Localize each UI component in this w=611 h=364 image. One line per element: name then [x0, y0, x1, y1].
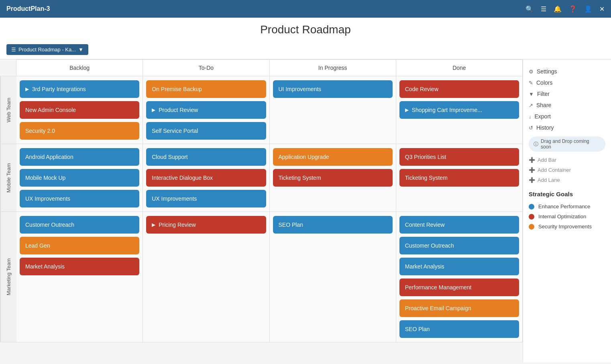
card-label: Ticketing System: [279, 175, 321, 181]
card-2-inprogress-0[interactable]: SEO Plan: [273, 216, 393, 234]
card-0-backlog-2[interactable]: Security 2.0: [20, 122, 139, 140]
card-1-todo-1[interactable]: Interactive Dialogue Box: [146, 169, 266, 187]
app-title: ProductPlan-3: [6, 5, 50, 12]
card-1-backlog-2[interactable]: UX Improvements: [20, 190, 139, 207]
pencil-icon: ✎: [529, 80, 533, 86]
card-1-todo-2[interactable]: UX Improvements: [146, 190, 266, 207]
card-1-todo-0[interactable]: Cloud Support: [146, 148, 266, 166]
card-label: Shopping Cart Improveme...: [412, 107, 482, 113]
card-label: Cloud Support: [152, 154, 188, 160]
history-icon: ↺: [529, 125, 533, 131]
add-bar-btn[interactable]: ➕ Add Bar: [529, 155, 605, 165]
card-0-done-0[interactable]: Code Review: [399, 80, 519, 98]
card-label: Android Application: [25, 154, 73, 160]
card-2-done-4[interactable]: Proactive Email Campaign: [399, 299, 519, 317]
col-todo: To-Do: [143, 60, 269, 76]
goal-dot-1: [529, 214, 534, 220]
card-2-done-0[interactable]: Content Review: [399, 216, 519, 234]
card-label: UI Improvements: [279, 86, 322, 92]
card-0-todo-0[interactable]: On Premise Backup: [146, 80, 266, 98]
card-label: Code Review: [405, 86, 438, 92]
card-1-done-0[interactable]: Q3 Priorities List: [399, 148, 519, 166]
card-label: Product Review: [159, 107, 198, 113]
settings-label: Settings: [537, 68, 557, 75]
goal-label-2: Security Improvements: [538, 224, 592, 230]
card-0-todo-2[interactable]: Self Service Portal: [146, 122, 266, 140]
card-label: Application Upgrade: [279, 154, 329, 160]
plus-container-icon: ➕: [529, 167, 535, 173]
card-1-inprogress-0[interactable]: Application Upgrade: [273, 148, 393, 166]
share-label: Share: [536, 102, 551, 108]
card-2-backlog-2[interactable]: Market Analysis: [20, 258, 139, 275]
cell-0-inprogress: UI Improvements: [270, 76, 396, 144]
card-0-backlog-1[interactable]: New Admin Console: [20, 101, 139, 119]
question-icon: ⓘ: [534, 141, 538, 148]
card-0-inprogress-0[interactable]: UI Improvements: [273, 80, 393, 98]
chevron-right-icon: ▶: [152, 107, 155, 113]
sidebar-history[interactable]: ↺ History: [529, 122, 605, 133]
search-icon[interactable]: 🔍: [525, 5, 534, 13]
card-label: Mobile Mock Up: [25, 175, 65, 181]
sidebar-share[interactable]: ↗ Share: [529, 100, 605, 111]
card-label: UX Improvements: [25, 195, 70, 202]
card-2-done-3[interactable]: Performance Management: [399, 279, 519, 296]
filter-icon: ▼: [529, 91, 534, 97]
plus-lane-icon: ➕: [529, 177, 535, 183]
card-2-todo-0[interactable]: ▶Pricing Review: [146, 216, 266, 234]
card-label: Q3 Priorities List: [405, 154, 446, 160]
card-2-done-1[interactable]: Customer Outreach: [399, 237, 519, 254]
share-icon: ↗: [529, 102, 533, 108]
card-label: SEO Plan: [279, 222, 303, 228]
goal-label-0: Enhance Performance: [538, 203, 590, 209]
card-0-todo-1[interactable]: ▶Product Review: [146, 101, 266, 119]
card-1-backlog-0[interactable]: Android Application: [20, 148, 139, 166]
card-label: Performance Management: [405, 284, 472, 291]
goal-items: Enhance PerformanceInternal Optimization…: [529, 201, 605, 232]
card-2-backlog-0[interactable]: Customer Outreach: [20, 216, 139, 234]
goal-dot-2: [529, 224, 534, 230]
user-icon[interactable]: 👤: [584, 5, 592, 13]
cell-0-done: Code Review▶Shopping Cart Improveme...: [396, 76, 522, 144]
col-done: Done: [396, 60, 522, 76]
card-0-backlog-0[interactable]: ▶3rd Party Integrations: [20, 80, 139, 98]
card-label: Self Service Portal: [152, 128, 198, 134]
card-1-backlog-1[interactable]: Mobile Mock Up: [20, 169, 139, 187]
sidebar-settings[interactable]: ⚙ Settings: [529, 66, 605, 77]
bell-icon[interactable]: 🔔: [554, 5, 562, 13]
cell-1-todo: Cloud SupportInteractive Dialogue BoxUX …: [143, 144, 269, 211]
sidebar-colors[interactable]: ✎ Colors: [529, 77, 605, 88]
add-bar-label: Add Bar: [538, 157, 556, 163]
chevron-down-icon: ▼: [78, 47, 84, 53]
card-2-done-2[interactable]: Market Analysis: [399, 258, 519, 275]
card-2-done-5[interactable]: SEO Plan: [399, 320, 519, 338]
colors-label: Colors: [536, 79, 552, 86]
card-0-done-1[interactable]: ▶Shopping Cart Improveme...: [399, 101, 519, 119]
card-2-backlog-1[interactable]: Lead Gen: [20, 237, 139, 254]
card-1-done-1[interactable]: Ticketing System: [399, 169, 519, 187]
column-headers: Backlog To-Do In Progress Done: [16, 59, 523, 76]
help-icon[interactable]: ❓: [569, 5, 577, 13]
menu-icon[interactable]: ☰: [541, 5, 546, 13]
cell-0-todo: On Premise Backup▶Product ReviewSelf Ser…: [143, 76, 269, 144]
sidebar-filter[interactable]: ▼ Filter: [529, 88, 605, 100]
board-row-1: Mobile TeamAndroid ApplicationMobile Moc…: [0, 144, 523, 211]
sidebar-export[interactable]: ↓ Export: [529, 111, 605, 122]
add-container-btn[interactable]: ➕ Add Container: [529, 165, 605, 175]
add-lane-btn[interactable]: ➕ Add Lane: [529, 175, 605, 185]
card-label: Customer Outreach: [405, 242, 454, 249]
card-label: On Premise Backup: [152, 86, 202, 92]
roadmap-dropdown[interactable]: ☰ Product Roadmap - Ka... ▼: [6, 44, 88, 55]
card-label: Content Review: [405, 222, 445, 228]
goal-dot-0: [529, 204, 534, 209]
sub-header: ☰ Product Roadmap - Ka... ▼: [0, 40, 611, 59]
card-1-inprogress-1[interactable]: Ticketing System: [273, 169, 393, 187]
close-icon[interactable]: ✕: [599, 5, 605, 13]
plus-bar-icon: ➕: [529, 157, 535, 163]
cell-1-done: Q3 Priorities ListTicketing System: [396, 144, 522, 211]
chevron-right-icon: ▶: [405, 107, 409, 113]
board-rows: Web Team▶3rd Party IntegrationsNew Admin…: [0, 76, 523, 342]
card-label: Interactive Dialogue Box: [152, 175, 213, 181]
strategic-goals-title: Strategic Goals: [529, 191, 605, 197]
add-container-label: Add Container: [538, 167, 571, 173]
filter-label: Filter: [537, 91, 550, 97]
